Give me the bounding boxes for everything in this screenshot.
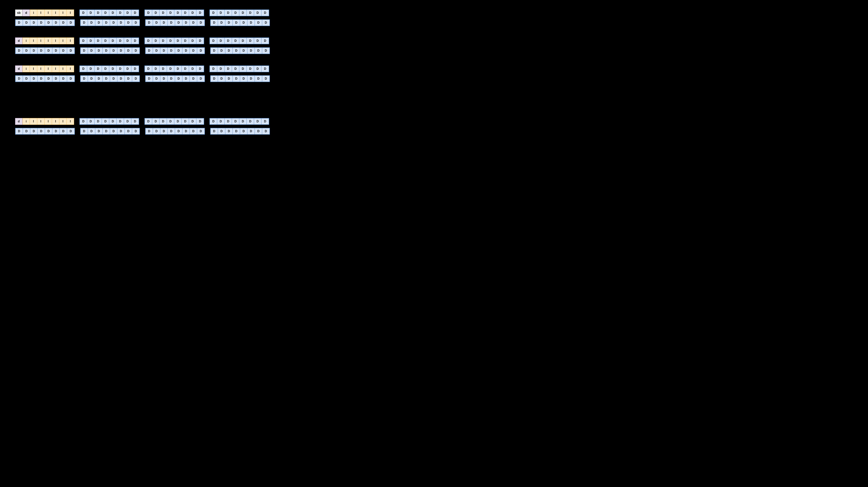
- cell-D: D: [124, 118, 131, 124]
- cell-D: D: [117, 66, 124, 72]
- cell-D: D: [52, 20, 60, 26]
- cell-D: D: [88, 75, 95, 82]
- cell-D: D: [159, 118, 167, 124]
- cell-D: D: [218, 128, 225, 134]
- byte-group: sbdiIIIII: [15, 9, 74, 16]
- cell-D: D: [23, 75, 30, 82]
- cell-D: D: [247, 66, 254, 72]
- cell-D: D: [146, 128, 153, 134]
- cell-D: D: [167, 38, 174, 44]
- byte-group: DDDDDDDD: [80, 75, 140, 82]
- cell-D: D: [60, 48, 67, 54]
- cell-d_small: d: [15, 37, 23, 44]
- cell-D: D: [87, 118, 94, 124]
- cell-D: D: [224, 10, 232, 16]
- cell-D: D: [196, 66, 204, 72]
- cell-D: D: [182, 20, 190, 26]
- cell-D: D: [190, 75, 197, 82]
- cell-D: D: [152, 118, 159, 124]
- cell-D: D: [95, 128, 103, 134]
- panel-0: sbdiIIIIIDDDDDDDDDDDDDDDDDDDDDDDDDDDDDDD…: [15, 9, 853, 26]
- cell-D: D: [261, 118, 269, 124]
- cell-D: D: [80, 66, 87, 72]
- cell-D: D: [190, 128, 197, 134]
- cell-D: D: [38, 20, 45, 26]
- cell-D: D: [217, 38, 224, 44]
- cell-D: D: [247, 20, 255, 26]
- row: sbdiIIIIIDDDDDDDDDDDDDDDDDDDDDDDD: [15, 9, 853, 16]
- cell-D: D: [132, 48, 140, 54]
- cell-D: D: [211, 75, 218, 82]
- cell-D: D: [103, 20, 110, 26]
- cell-D: D: [160, 75, 168, 82]
- row: DDDDDDDDDDDDDDDDDDDDDDDDDDDDDDDD: [15, 47, 853, 54]
- cell-D: D: [109, 38, 117, 44]
- cell-D: D: [182, 10, 189, 16]
- cell-i_small: i: [23, 37, 30, 44]
- cell-D: D: [218, 20, 225, 26]
- cell-D: D: [159, 10, 167, 16]
- cell-D: D: [217, 10, 224, 16]
- cell-D: D: [254, 66, 261, 72]
- cell-D: D: [45, 20, 52, 26]
- cell-D: D: [254, 10, 261, 16]
- row: diIIIIIIDDDDDDDDDDDDDDDDDDDDDDDD: [15, 37, 853, 44]
- byte-group: DDDDDDDD: [210, 47, 270, 54]
- cell-D: D: [30, 48, 38, 54]
- cell-D: D: [145, 66, 152, 72]
- byte-group: DDDDDDDD: [15, 19, 75, 26]
- cell-I: I: [59, 118, 67, 125]
- cell-D: D: [45, 75, 52, 82]
- cell-D: D: [117, 10, 124, 16]
- cell-D: D: [262, 75, 270, 82]
- cell-D: D: [60, 75, 67, 82]
- cell-D: D: [254, 118, 261, 124]
- cell-D: D: [210, 118, 217, 124]
- cell-D: D: [189, 10, 196, 16]
- cell-D: D: [52, 128, 60, 134]
- cell-D: D: [225, 20, 233, 26]
- cell-D: D: [132, 20, 140, 26]
- cell-D: D: [60, 128, 67, 134]
- cell-i_small: i: [30, 9, 37, 16]
- cell-D: D: [153, 48, 160, 54]
- cell-D: D: [160, 20, 168, 26]
- cell-D: D: [95, 20, 103, 26]
- cell-D: D: [211, 20, 218, 26]
- byte-group: DDDDDDDD: [210, 19, 270, 26]
- byte-group: DDDDDDDD: [145, 37, 204, 44]
- byte-group: DDDDDDDD: [15, 128, 75, 135]
- cell-D: D: [81, 48, 88, 54]
- cell-D: D: [174, 10, 182, 16]
- byte-group: DDDDDDDD: [80, 118, 139, 125]
- cell-D: D: [262, 20, 270, 26]
- cell-d_small: d: [15, 65, 23, 72]
- byte-group: DDDDDDDD: [210, 75, 270, 82]
- cell-D: D: [132, 128, 140, 134]
- byte-group: DDDDDDDD: [80, 37, 139, 44]
- cell-D: D: [45, 48, 52, 54]
- cell-D: D: [152, 38, 159, 44]
- cell-D: D: [102, 118, 109, 124]
- byte-group: DDDDDDDD: [80, 19, 140, 26]
- cell-I: I: [44, 9, 52, 16]
- byte-group: DDDDDDDD: [145, 118, 204, 125]
- cell-D: D: [88, 128, 95, 134]
- cell-D: D: [117, 20, 125, 26]
- byte-group: DDDDDDDD: [210, 118, 269, 125]
- cell-D: D: [240, 20, 247, 26]
- cell-D: D: [167, 66, 174, 72]
- cell-D: D: [23, 128, 30, 134]
- cell-I: I: [67, 65, 74, 72]
- cell-D: D: [261, 66, 269, 72]
- cell-D: D: [255, 20, 262, 26]
- cell-D: D: [87, 66, 94, 72]
- cell-D: D: [232, 118, 239, 124]
- cell-D: D: [189, 66, 196, 72]
- cell-D: D: [261, 38, 269, 44]
- row: diIIIIIIDDDDDDDDDDDDDDDDDDDDDDDD: [15, 65, 853, 72]
- cell-D: D: [131, 118, 139, 124]
- cell-D: D: [80, 38, 87, 44]
- cell-I: I: [59, 9, 67, 16]
- cell-D: D: [102, 10, 109, 16]
